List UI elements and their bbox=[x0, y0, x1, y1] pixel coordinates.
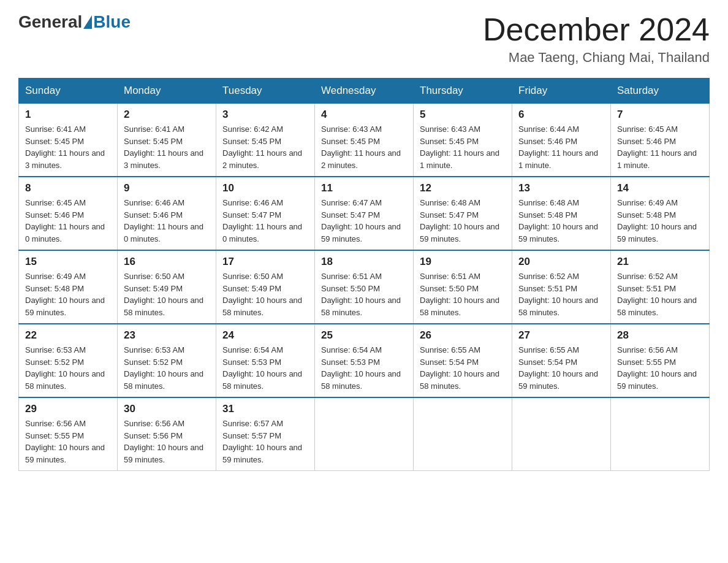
day-number: 8 bbox=[25, 182, 111, 194]
calendar-cell: 23Sunrise: 6:53 AMSunset: 5:52 PMDayligh… bbox=[118, 324, 216, 397]
calendar-week-row: 22Sunrise: 6:53 AMSunset: 5:52 PMDayligh… bbox=[19, 324, 710, 397]
day-info: Sunrise: 6:55 AMSunset: 5:54 PMDaylight:… bbox=[518, 344, 604, 392]
day-number: 2 bbox=[124, 109, 210, 121]
calendar-cell: 25Sunrise: 6:54 AMSunset: 5:53 PMDayligh… bbox=[315, 324, 414, 397]
day-number: 18 bbox=[321, 256, 407, 268]
page-header: General Blue December 2024 Mae Taeng, Ch… bbox=[18, 12, 710, 66]
calendar-cell bbox=[611, 397, 710, 471]
title-block: December 2024 Mae Taeng, Chiang Mai, Tha… bbox=[483, 12, 710, 66]
calendar-cell: 9Sunrise: 6:46 AMSunset: 5:46 PMDaylight… bbox=[118, 177, 216, 250]
logo: General Blue bbox=[18, 12, 131, 32]
day-number: 3 bbox=[222, 109, 308, 121]
day-number: 20 bbox=[518, 256, 604, 268]
calendar-cell: 28Sunrise: 6:56 AMSunset: 5:55 PMDayligh… bbox=[611, 324, 710, 397]
day-number: 21 bbox=[617, 256, 703, 268]
calendar-week-row: 8Sunrise: 6:45 AMSunset: 5:46 PMDaylight… bbox=[19, 177, 710, 250]
calendar-cell: 7Sunrise: 6:45 AMSunset: 5:46 PMDaylight… bbox=[611, 104, 710, 177]
day-info: Sunrise: 6:50 AMSunset: 5:49 PMDaylight:… bbox=[222, 270, 308, 318]
location-title: Mae Taeng, Chiang Mai, Thailand bbox=[483, 50, 710, 66]
day-number: 1 bbox=[25, 109, 111, 121]
day-info: Sunrise: 6:41 AMSunset: 5:45 PMDaylight:… bbox=[25, 123, 111, 171]
day-number: 27 bbox=[518, 329, 604, 342]
day-number: 10 bbox=[222, 182, 308, 194]
day-info: Sunrise: 6:46 AMSunset: 5:47 PMDaylight:… bbox=[222, 197, 308, 245]
day-info: Sunrise: 6:42 AMSunset: 5:45 PMDaylight:… bbox=[222, 123, 308, 171]
day-info: Sunrise: 6:55 AMSunset: 5:54 PMDaylight:… bbox=[420, 344, 506, 392]
day-info: Sunrise: 6:54 AMSunset: 5:53 PMDaylight:… bbox=[321, 344, 407, 392]
day-number: 24 bbox=[222, 329, 308, 342]
logo-triangle-icon bbox=[83, 15, 92, 29]
calendar-cell: 27Sunrise: 6:55 AMSunset: 5:54 PMDayligh… bbox=[512, 324, 611, 397]
day-info: Sunrise: 6:56 AMSunset: 5:56 PMDaylight:… bbox=[124, 418, 210, 465]
calendar-cell: 13Sunrise: 6:48 AMSunset: 5:48 PMDayligh… bbox=[512, 177, 611, 250]
day-info: Sunrise: 6:48 AMSunset: 5:48 PMDaylight:… bbox=[518, 197, 604, 245]
day-number: 29 bbox=[25, 403, 111, 415]
calendar-cell bbox=[315, 397, 414, 471]
day-number: 15 bbox=[25, 256, 111, 268]
calendar-cell: 16Sunrise: 6:50 AMSunset: 5:49 PMDayligh… bbox=[118, 250, 216, 324]
day-info: Sunrise: 6:53 AMSunset: 5:52 PMDaylight:… bbox=[124, 344, 210, 392]
calendar-cell: 12Sunrise: 6:48 AMSunset: 5:47 PMDayligh… bbox=[414, 177, 512, 250]
day-number: 6 bbox=[518, 109, 604, 121]
calendar-week-row: 29Sunrise: 6:56 AMSunset: 5:55 PMDayligh… bbox=[19, 397, 710, 471]
calendar-cell: 11Sunrise: 6:47 AMSunset: 5:47 PMDayligh… bbox=[315, 177, 414, 250]
calendar-header-thursday: Thursday bbox=[414, 79, 512, 104]
calendar-cell: 21Sunrise: 6:52 AMSunset: 5:51 PMDayligh… bbox=[611, 250, 710, 324]
logo-general-text: General bbox=[18, 12, 82, 32]
calendar-cell: 22Sunrise: 6:53 AMSunset: 5:52 PMDayligh… bbox=[19, 324, 118, 397]
day-info: Sunrise: 6:51 AMSunset: 5:50 PMDaylight:… bbox=[321, 270, 407, 318]
day-number: 11 bbox=[321, 182, 407, 194]
calendar-cell: 3Sunrise: 6:42 AMSunset: 5:45 PMDaylight… bbox=[216, 104, 315, 177]
calendar-header-wednesday: Wednesday bbox=[315, 79, 414, 104]
day-number: 23 bbox=[124, 329, 210, 342]
day-info: Sunrise: 6:48 AMSunset: 5:47 PMDaylight:… bbox=[420, 197, 506, 245]
calendar-cell: 4Sunrise: 6:43 AMSunset: 5:45 PMDaylight… bbox=[315, 104, 414, 177]
day-info: Sunrise: 6:56 AMSunset: 5:55 PMDaylight:… bbox=[617, 344, 703, 392]
day-info: Sunrise: 6:45 AMSunset: 5:46 PMDaylight:… bbox=[617, 123, 703, 171]
day-info: Sunrise: 6:52 AMSunset: 5:51 PMDaylight:… bbox=[518, 270, 604, 318]
calendar-cell bbox=[512, 397, 611, 471]
day-number: 31 bbox=[222, 403, 308, 415]
calendar-week-row: 1Sunrise: 6:41 AMSunset: 5:45 PMDaylight… bbox=[19, 104, 710, 177]
calendar-cell: 17Sunrise: 6:50 AMSunset: 5:49 PMDayligh… bbox=[216, 250, 315, 324]
calendar-header-saturday: Saturday bbox=[611, 79, 710, 104]
calendar-cell: 8Sunrise: 6:45 AMSunset: 5:46 PMDaylight… bbox=[19, 177, 118, 250]
day-info: Sunrise: 6:49 AMSunset: 5:48 PMDaylight:… bbox=[617, 197, 703, 245]
day-info: Sunrise: 6:47 AMSunset: 5:47 PMDaylight:… bbox=[321, 197, 407, 245]
calendar-cell: 2Sunrise: 6:41 AMSunset: 5:45 PMDaylight… bbox=[118, 104, 216, 177]
day-info: Sunrise: 6:46 AMSunset: 5:46 PMDaylight:… bbox=[124, 197, 210, 245]
calendar-cell: 14Sunrise: 6:49 AMSunset: 5:48 PMDayligh… bbox=[611, 177, 710, 250]
day-number: 4 bbox=[321, 109, 407, 121]
calendar-header-monday: Monday bbox=[118, 79, 216, 104]
calendar-cell: 5Sunrise: 6:43 AMSunset: 5:45 PMDaylight… bbox=[414, 104, 512, 177]
day-number: 5 bbox=[420, 109, 506, 121]
day-number: 7 bbox=[617, 109, 703, 121]
calendar-cell: 1Sunrise: 6:41 AMSunset: 5:45 PMDaylight… bbox=[19, 104, 118, 177]
day-info: Sunrise: 6:51 AMSunset: 5:50 PMDaylight:… bbox=[420, 270, 506, 318]
day-info: Sunrise: 6:52 AMSunset: 5:51 PMDaylight:… bbox=[617, 270, 703, 318]
day-number: 22 bbox=[25, 329, 111, 342]
day-number: 16 bbox=[124, 256, 210, 268]
calendar-cell: 24Sunrise: 6:54 AMSunset: 5:53 PMDayligh… bbox=[216, 324, 315, 397]
day-info: Sunrise: 6:57 AMSunset: 5:57 PMDaylight:… bbox=[222, 418, 308, 465]
calendar-cell: 30Sunrise: 6:56 AMSunset: 5:56 PMDayligh… bbox=[118, 397, 216, 471]
calendar-header-tuesday: Tuesday bbox=[216, 79, 315, 104]
day-info: Sunrise: 6:56 AMSunset: 5:55 PMDaylight:… bbox=[25, 418, 111, 465]
day-info: Sunrise: 6:43 AMSunset: 5:45 PMDaylight:… bbox=[420, 123, 506, 171]
calendar-cell: 18Sunrise: 6:51 AMSunset: 5:50 PMDayligh… bbox=[315, 250, 414, 324]
calendar-cell: 10Sunrise: 6:46 AMSunset: 5:47 PMDayligh… bbox=[216, 177, 315, 250]
day-info: Sunrise: 6:44 AMSunset: 5:46 PMDaylight:… bbox=[518, 123, 604, 171]
day-number: 30 bbox=[124, 403, 210, 415]
calendar-cell: 31Sunrise: 6:57 AMSunset: 5:57 PMDayligh… bbox=[216, 397, 315, 471]
day-number: 12 bbox=[420, 182, 506, 194]
calendar-cell bbox=[414, 397, 512, 471]
calendar-cell: 6Sunrise: 6:44 AMSunset: 5:46 PMDaylight… bbox=[512, 104, 611, 177]
calendar-header-sunday: Sunday bbox=[19, 79, 118, 104]
day-number: 28 bbox=[617, 329, 703, 342]
logo-blue-text: Blue bbox=[93, 12, 131, 32]
calendar-header-friday: Friday bbox=[512, 79, 611, 104]
day-info: Sunrise: 6:50 AMSunset: 5:49 PMDaylight:… bbox=[124, 270, 210, 318]
day-info: Sunrise: 6:45 AMSunset: 5:46 PMDaylight:… bbox=[25, 197, 111, 245]
day-number: 17 bbox=[222, 256, 308, 268]
calendar-cell: 29Sunrise: 6:56 AMSunset: 5:55 PMDayligh… bbox=[19, 397, 118, 471]
